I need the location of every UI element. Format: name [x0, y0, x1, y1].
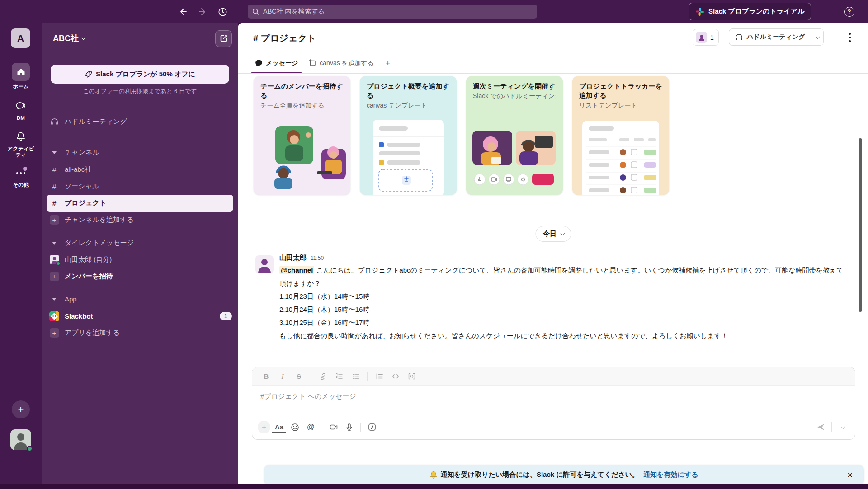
- rail-item-dm[interactable]: DM: [0, 99, 42, 121]
- attach-button[interactable]: +: [258, 421, 270, 433]
- list-template-illustration: [572, 118, 669, 195]
- slash-commands-button[interactable]: [365, 420, 379, 434]
- hash-icon: #: [49, 183, 60, 191]
- rail-item-more[interactable]: その他: [0, 167, 42, 188]
- workspace-avatar[interactable]: A: [11, 28, 30, 48]
- divider: [831, 422, 832, 432]
- caret-down-icon: [52, 298, 57, 301]
- arrow-left-icon: [179, 7, 188, 16]
- link-icon: [319, 372, 327, 380]
- chevron-down-icon: [560, 231, 565, 235]
- dm-avatar: [50, 255, 59, 264]
- tab-messages[interactable]: メッセージ: [250, 53, 302, 73]
- rail-item-label: DM: [17, 115, 25, 121]
- sidebar-app-slackbot[interactable]: Slackbot 1: [42, 308, 238, 324]
- promo-label: Slack プロプランが 50% オフに: [96, 70, 195, 79]
- notification-banner: 通知を受け取りたい場合には、Slack に許可を与えてください。 通知を有効にす…: [264, 465, 863, 484]
- slack-app: ABC社 内を検索する Slack プロプランのトライアル ? A ホーム: [0, 0, 868, 489]
- people-illustration: [254, 122, 350, 195]
- strikethrough-button[interactable]: S: [292, 370, 306, 383]
- card-weekly-meeting[interactable]: 週次ミーティングを開催する Slack でのハドルミーティング: [466, 76, 563, 195]
- ordered-list-button[interactable]: [332, 370, 346, 383]
- sidebar-item-huddles[interactable]: ハドルミーティング: [42, 113, 238, 130]
- message-avatar[interactable]: [255, 255, 274, 273]
- rail-item-home[interactable]: ホーム: [0, 63, 42, 89]
- history-forward-button[interactable]: [196, 5, 209, 19]
- search-input[interactable]: ABC社 内を検索する: [248, 5, 537, 19]
- card-project-tracker[interactable]: プロジェクトトラッカーを追加する リストテンプレート: [572, 76, 669, 195]
- trial-button-label: Slack プロプランのトライアル: [708, 7, 804, 16]
- huddle-options-button[interactable]: [811, 29, 823, 45]
- mention-button[interactable]: @: [304, 420, 318, 434]
- search-placeholder: ABC社 内を検索する: [263, 7, 325, 16]
- link-button[interactable]: [316, 370, 330, 383]
- formatting-toggle-button[interactable]: Aa: [272, 421, 286, 433]
- rail-item-activity[interactable]: アクティビティ: [0, 130, 42, 159]
- help-button[interactable]: ?: [843, 5, 856, 18]
- getting-started-cards: チームのメンバーを招待する チーム全員を追加する: [254, 76, 669, 195]
- audio-clip-button[interactable]: [342, 420, 356, 434]
- invite-members-button[interactable]: + メンバーを招待: [42, 268, 238, 285]
- add-app-button[interactable]: + アプリを追加する: [42, 324, 238, 341]
- sidebar-channel-project[interactable]: # プロジェクト: [47, 195, 233, 212]
- unread-badge: 1: [220, 312, 232, 320]
- blockquote-button[interactable]: [373, 370, 386, 383]
- video-clip-button[interactable]: [326, 420, 340, 434]
- scrollbar[interactable]: [859, 138, 862, 312]
- divider: [367, 372, 368, 381]
- huddle-toggle[interactable]: ハドルミーティング: [729, 29, 811, 45]
- emoji-button[interactable]: [288, 420, 302, 434]
- date-divider-button[interactable]: 今日: [535, 226, 571, 242]
- workspace-menu[interactable]: ABC社: [53, 33, 85, 44]
- huddle-button[interactable]: ハドルミーティング: [729, 28, 824, 46]
- trial-button[interactable]: Slack プロプランのトライアル: [689, 3, 811, 20]
- add-channel-button[interactable]: + チャンネルを追加する: [42, 212, 238, 228]
- history-menu-button[interactable]: [216, 5, 229, 19]
- channel-menu-button[interactable]: [843, 31, 857, 44]
- promo-caption: このオファーの利用期限まであと 6 日です: [42, 87, 238, 95]
- message-author[interactable]: 山田太郎: [279, 254, 307, 262]
- italic-button[interactable]: I: [276, 370, 289, 383]
- code-block-icon: [408, 372, 416, 380]
- message-timestamp[interactable]: 11:50: [311, 255, 324, 261]
- message-input[interactable]: #プロジェクト へのメッセージ: [252, 386, 855, 401]
- channels-section-header[interactable]: チャンネル: [42, 144, 238, 161]
- microphone-icon: [345, 423, 354, 432]
- card-project-overview[interactable]: プロジェクト概要を追加する canvas テンプレート: [360, 76, 457, 195]
- close-banner-button[interactable]: ×: [844, 469, 856, 481]
- channel-title[interactable]: # プロジェクト: [253, 32, 316, 44]
- dm-item-self[interactable]: 山田太郎 (自分): [42, 251, 238, 268]
- dm-bubble-icon: [15, 100, 26, 111]
- bulleted-list-button[interactable]: [349, 370, 362, 383]
- channel-view: # プロジェクト 1 ハドルミーティング メッセージ canvas を追加: [238, 23, 868, 484]
- sidebar-channel-social[interactable]: # ソーシャル: [42, 178, 238, 195]
- tab-add-canvas[interactable]: canvas を追加する: [304, 53, 378, 73]
- channel-mention[interactable]: @channel: [279, 266, 314, 274]
- dm-section-header[interactable]: ダイレクトメッセージ: [42, 235, 238, 251]
- history-back-button[interactable]: [176, 5, 190, 19]
- send-options-button[interactable]: [835, 420, 849, 434]
- add-tab-button[interactable]: +: [380, 53, 396, 73]
- create-new-button[interactable]: +: [12, 400, 30, 418]
- clock-icon: [218, 7, 227, 17]
- enable-notifications-link[interactable]: 通知を有効にする: [643, 470, 698, 479]
- code-button[interactable]: [389, 370, 402, 383]
- code-block-button[interactable]: [405, 370, 419, 383]
- new-message-button[interactable]: [215, 30, 232, 47]
- bold-button[interactable]: B: [259, 370, 273, 383]
- app-section-header[interactable]: App: [42, 291, 238, 307]
- plus-icon: +: [50, 272, 59, 281]
- meeting-option: 1.10月23日（水）14時〜15時: [279, 290, 850, 303]
- user-avatar[interactable]: [10, 429, 31, 450]
- message-composer[interactable]: B I S: [252, 367, 855, 440]
- message: 山田太郎 11:50 @channel こんにちは。プロジェクトabcのミーティ…: [255, 254, 852, 342]
- members-button[interactable]: 1: [693, 29, 719, 46]
- sidebar-channel-all-abc[interactable]: # all-abc社: [42, 161, 238, 178]
- card-invite-team[interactable]: チームのメンバーを招待する チーム全員を追加する: [254, 76, 350, 195]
- pro-plan-promo-button[interactable]: Slack プロプランが 50% オフに: [51, 65, 229, 84]
- send-button[interactable]: [814, 420, 828, 434]
- presence-indicator: [27, 446, 33, 451]
- slackbot-icon: [49, 311, 59, 321]
- huddle-button-label: ハドルミーティング: [747, 33, 805, 41]
- rail-item-label: その他: [13, 182, 28, 188]
